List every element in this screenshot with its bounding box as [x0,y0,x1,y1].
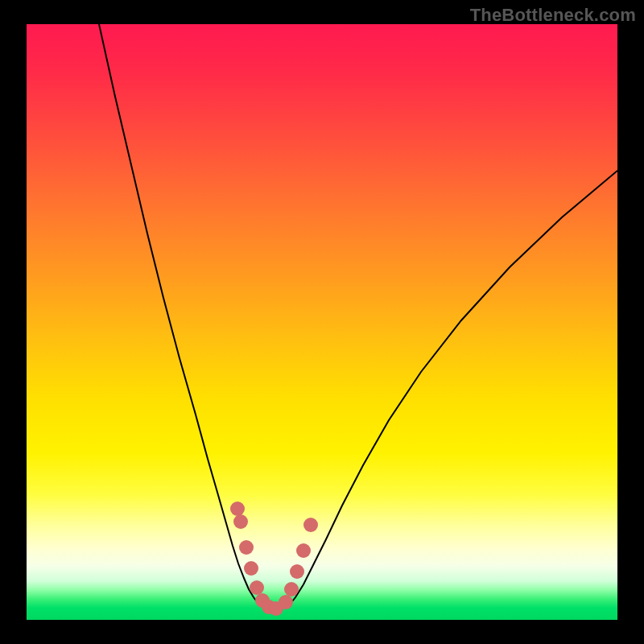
data-dot [290,564,304,579]
data-dot [239,540,254,555]
data-dot [230,502,245,516]
data-dot [233,514,248,529]
data-dot [284,582,299,597]
data-dot [244,561,258,576]
watermark-text: TheBottleneck.com [470,5,636,25]
data-dot [303,518,318,532]
data-dot [296,543,311,558]
data-dots [230,502,318,616]
data-dot [279,595,293,609]
bottleneck-curve [27,24,617,620]
curve-right-arm [289,171,617,605]
chart-area [27,24,617,620]
data-dot [250,580,264,595]
watermark: TheBottleneck.com [470,5,636,26]
curve-left-arm [99,24,258,604]
